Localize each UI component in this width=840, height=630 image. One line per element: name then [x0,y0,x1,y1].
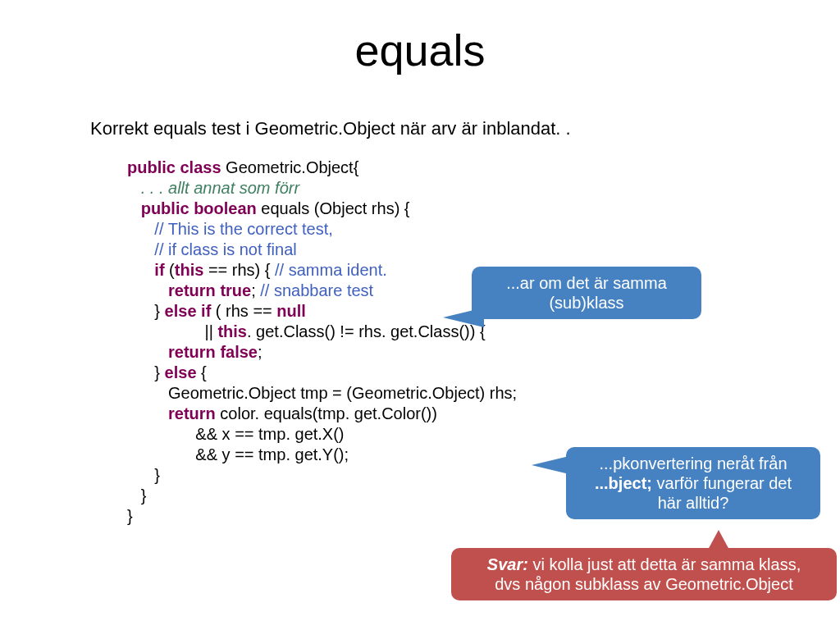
t [127,404,168,422]
kw: boolean [194,199,257,217]
t: { [197,363,207,381]
callout-line: varför fungerar det [652,474,792,492]
comment: // snabbare test [260,281,373,299]
t: } [127,302,165,320]
comment: // if class is not final [127,240,297,258]
comment: // This is the correct test, [127,220,333,238]
kw: return [168,404,216,422]
kw: public [127,158,176,176]
callout-line: Svar: [487,555,528,573]
kw: if [201,302,211,320]
t: } [127,507,133,525]
callout-line: vi kolla just att detta är samma klass, [528,555,801,573]
t: ; [251,281,260,299]
comment: // samma ident. [275,261,387,279]
t: Geometric.Object tmp = (Geometric.Object… [127,384,517,402]
t [127,261,154,279]
kw: return [168,281,216,299]
t: color. equals(tmp. get.Color()) [216,404,437,422]
t: } [127,466,160,484]
callout-downcast: ...pkonvertering neråt från ...bject; va… [566,447,820,519]
t [127,199,141,217]
callout-answer: Svar: vi kolla just att detta är samma k… [451,548,837,600]
t: } [127,486,146,504]
t: && y == tmp. get.Y(); [127,445,349,463]
t [127,343,168,361]
page-title: equals [0,25,840,75]
kw: if [154,261,164,279]
t [127,281,168,299]
callout-line: dvs någon subklass av Geometric.Object [495,575,793,593]
t: } [127,363,165,381]
kw: class [180,158,221,176]
kw: this [217,322,247,340]
t: || [127,322,217,340]
t: Geometric.Object{ [221,158,359,176]
callout-line: ...ar om det är samma [506,274,667,292]
t: && x == tmp. get.X() [127,425,345,443]
t: == rhs) { [203,261,275,279]
kw: false [220,343,258,361]
callout-line: ...bject; [595,474,652,492]
kw: null [276,302,306,320]
t: ( [165,261,175,279]
subtitle: Korrekt equals test i Geometric.Object n… [90,118,840,139]
callout-same-class: ...ar om det är samma (sub)klass [472,267,701,319]
t: ( rhs == [211,302,276,320]
t: equals (Object rhs) { [257,199,410,217]
kw: return [168,343,216,361]
callout-line: (sub)klass [549,294,623,312]
t: ; [258,343,262,361]
comment: . . . allt annat som förr [127,179,299,197]
kw: else [165,363,197,381]
kw: true [220,281,251,299]
kw: this [175,261,204,279]
kw: public [141,199,189,217]
callout-line: här alltid? [658,494,729,512]
kw: else [165,302,197,320]
callout-line: ...pkonvertering neråt från [599,454,787,472]
